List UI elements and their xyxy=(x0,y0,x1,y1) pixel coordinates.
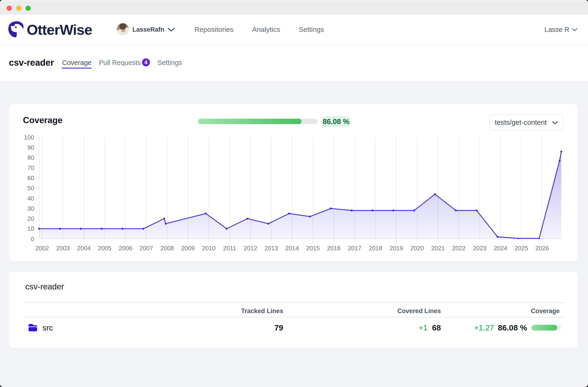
svg-text:2023: 2023 xyxy=(473,245,486,252)
svg-text:60: 60 xyxy=(27,175,34,182)
svg-text:90: 90 xyxy=(27,144,34,151)
svg-text:2019: 2019 xyxy=(390,245,403,252)
svg-text:2002: 2002 xyxy=(35,245,49,252)
svg-text:2008: 2008 xyxy=(160,245,174,252)
svg-text:2015: 2015 xyxy=(306,245,320,252)
svg-text:40: 40 xyxy=(27,195,34,202)
svg-text:20: 20 xyxy=(27,215,34,222)
svg-text:2017: 2017 xyxy=(348,245,361,252)
svg-text:50: 50 xyxy=(27,184,34,192)
svg-text:2011: 2011 xyxy=(223,245,236,252)
svg-text:2004: 2004 xyxy=(77,245,91,252)
svg-text:2014: 2014 xyxy=(285,245,299,252)
svg-text:30: 30 xyxy=(27,205,34,212)
svg-text:2003: 2003 xyxy=(56,245,70,252)
svg-text:2005: 2005 xyxy=(98,245,111,252)
svg-text:2009: 2009 xyxy=(181,245,195,252)
svg-text:2007: 2007 xyxy=(140,245,153,252)
svg-text:2016: 2016 xyxy=(327,245,341,252)
svg-text:2022: 2022 xyxy=(452,245,465,252)
svg-text:70: 70 xyxy=(27,164,34,171)
svg-text:2020: 2020 xyxy=(410,245,424,252)
svg-text:2026: 2026 xyxy=(535,245,549,252)
svg-text:2018: 2018 xyxy=(369,245,382,252)
svg-text:2025: 2025 xyxy=(514,245,528,252)
svg-text:2024: 2024 xyxy=(494,245,507,252)
svg-text:2010: 2010 xyxy=(202,245,215,252)
svg-text:0: 0 xyxy=(31,235,34,243)
svg-text:10: 10 xyxy=(27,225,34,232)
svg-text:2013: 2013 xyxy=(265,245,278,252)
svg-text:100: 100 xyxy=(24,134,34,141)
svg-text:2006: 2006 xyxy=(119,245,132,252)
svg-text:2012: 2012 xyxy=(244,245,257,252)
svg-text:80: 80 xyxy=(27,154,34,161)
svg-text:2021: 2021 xyxy=(431,245,445,252)
